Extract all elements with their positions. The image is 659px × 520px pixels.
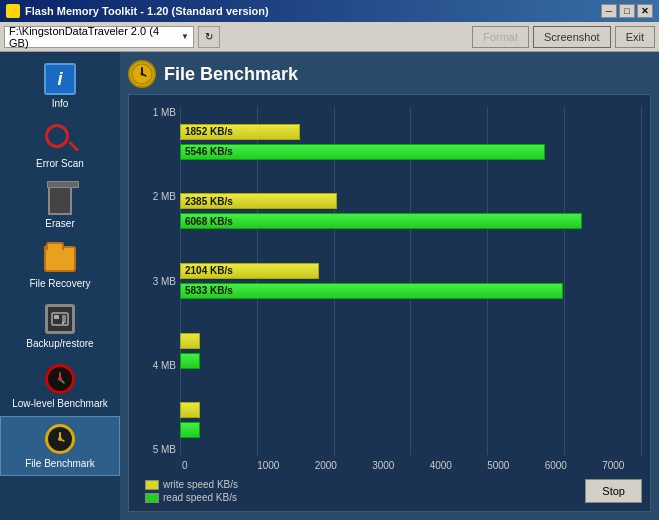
toolbar: F:\KingstonDataTraveler 2.0 (4 GB) ▼ ↻ F… [0, 22, 659, 52]
x-tick-0: 0 [182, 460, 240, 471]
content-header: File Benchmark [128, 60, 651, 88]
read-bar-4mb [180, 353, 200, 369]
svg-point-9 [58, 437, 62, 441]
format-button[interactable]: Format [472, 26, 529, 48]
bar-row-write-3mb: 2104 KB/s [180, 262, 642, 280]
write-bar-5mb [180, 402, 200, 418]
sidebar-item-info[interactable]: i Info [0, 56, 120, 116]
stop-button[interactable]: Stop [585, 479, 642, 503]
x-tick-4000: 4000 [412, 460, 470, 471]
sidebar-label-info: Info [52, 98, 69, 109]
y-label-5mb: 5 MB [145, 444, 176, 455]
legend: write speed KB/s read speed KB/s [145, 479, 238, 503]
bar-group-2mb: 2385 KB/s 6068 KB/s [180, 192, 642, 230]
legend-write: write speed KB/s [145, 479, 238, 490]
x-tick-5000: 5000 [470, 460, 528, 471]
x-axis: 0 1000 2000 3000 4000 5000 6000 7000 [180, 455, 642, 475]
eraser-icon [48, 187, 72, 215]
sidebar-label-file-recovery: File Recovery [29, 278, 90, 289]
write-bar-3mb: 2104 KB/s [180, 263, 319, 279]
x-tick-6000: 6000 [527, 460, 585, 471]
sidebar-label-eraser: Eraser [45, 218, 74, 229]
read-bar-1mb: 5546 KB/s [180, 144, 545, 160]
sidebar-item-backup-restore[interactable]: Backup/restore [0, 296, 120, 356]
drive-value: F:\KingstonDataTraveler 2.0 (4 GB) [9, 25, 181, 49]
refresh-icon: ↻ [205, 31, 213, 42]
bar-row-write-4mb [180, 332, 642, 350]
read-bar-5mb [180, 422, 200, 438]
bar-row-read-1mb: 5546 KB/s [180, 143, 642, 161]
chart-container: 1 MB 2 MB 3 MB 4 MB 5 MB [128, 94, 651, 512]
bar-group-1mb: 1852 KB/s 5546 KB/s [180, 123, 642, 161]
sidebar-label-filebench: File Benchmark [25, 458, 94, 469]
sidebar-label-lowlevel: Low-level Benchmark [12, 398, 108, 409]
bar-row-read-2mb: 6068 KB/s [180, 212, 642, 230]
error-scan-icon [45, 124, 75, 154]
svg-point-13 [141, 73, 144, 76]
bar-group-3mb: 2104 KB/s 5833 KB/s [180, 262, 642, 300]
bars-container: 1852 KB/s 5546 KB/s 2385 KB/s [180, 107, 642, 455]
sidebar-item-file-recovery[interactable]: File Recovery [0, 236, 120, 296]
svg-rect-1 [54, 315, 59, 319]
sidebar-item-file-benchmark[interactable]: File Benchmark [0, 416, 120, 476]
read-bar-3mb: 5833 KB/s [180, 283, 563, 299]
chart-body: 1852 KB/s 5546 KB/s 2385 KB/s [180, 107, 642, 475]
x-tick-2000: 2000 [297, 460, 355, 471]
page-title: File Benchmark [164, 64, 298, 85]
bar-group-5mb [180, 401, 642, 439]
screenshot-button[interactable]: Screenshot [533, 26, 611, 48]
bar-row-write-5mb [180, 401, 642, 419]
bar-row-read-5mb [180, 421, 642, 439]
legend-read: read speed KB/s [145, 492, 238, 503]
bar-group-4mb [180, 332, 642, 370]
y-label-2mb: 2 MB [145, 191, 176, 202]
y-label-4mb: 4 MB [145, 360, 176, 371]
x-tick-1000: 1000 [240, 460, 298, 471]
lowlevel-icon [45, 364, 75, 394]
app-icon: ⚡ [6, 4, 20, 18]
write-bar-4mb [180, 333, 200, 349]
title-bar: ⚡ Flash Memory Toolkit - 1.20 (Standard … [0, 0, 659, 22]
sidebar: i Info Error Scan Eraser File Recovery [0, 52, 120, 520]
file-recovery-icon [44, 246, 76, 272]
sidebar-label-error-scan: Error Scan [36, 158, 84, 169]
window-title: Flash Memory Toolkit - 1.20 (Standard ve… [25, 5, 269, 17]
y-axis: 1 MB 2 MB 3 MB 4 MB 5 MB [145, 107, 180, 475]
write-bar-2mb: 2385 KB/s [180, 193, 337, 209]
y-label-3mb: 3 MB [145, 276, 176, 287]
content-area: File Benchmark 1 MB 2 MB 3 MB 4 MB 5 MB [120, 52, 659, 520]
filebench-icon [45, 424, 75, 454]
y-label-1mb: 1 MB [145, 107, 176, 118]
bar-row-read-4mb [180, 352, 642, 370]
svg-rect-2 [62, 315, 66, 323]
sidebar-item-low-level-benchmark[interactable]: Low-level Benchmark [0, 356, 120, 416]
x-tick-7000: 7000 [585, 460, 643, 471]
exit-button[interactable]: Exit [615, 26, 655, 48]
svg-point-6 [58, 377, 62, 381]
read-bar-2mb: 6068 KB/s [180, 213, 582, 229]
bar-row-read-3mb: 5833 KB/s [180, 282, 642, 300]
info-icon: i [44, 63, 76, 95]
content-header-icon [128, 60, 156, 88]
window-controls: ─ □ ✕ [601, 4, 653, 18]
main-layout: i Info Error Scan Eraser File Recovery [0, 52, 659, 520]
legend-read-label: read speed KB/s [163, 492, 237, 503]
legend-write-color [145, 480, 159, 490]
chart-footer: write speed KB/s read speed KB/s Stop [145, 479, 642, 503]
sidebar-label-backup: Backup/restore [26, 338, 93, 349]
maximize-button[interactable]: □ [619, 4, 635, 18]
dropdown-arrow-icon: ▼ [181, 32, 189, 41]
title-bar-left: ⚡ Flash Memory Toolkit - 1.20 (Standard … [6, 4, 269, 18]
sidebar-item-eraser[interactable]: Eraser [0, 176, 120, 236]
drive-dropdown[interactable]: F:\KingstonDataTraveler 2.0 (4 GB) ▼ [4, 26, 194, 48]
refresh-button[interactable]: ↻ [198, 26, 220, 48]
minimize-button[interactable]: ─ [601, 4, 617, 18]
write-bar-1mb: 1852 KB/s [180, 124, 300, 140]
backup-icon [45, 304, 75, 334]
svg-point-3 [62, 322, 64, 324]
chart-area: 1 MB 2 MB 3 MB 4 MB 5 MB [145, 107, 642, 475]
close-button[interactable]: ✕ [637, 4, 653, 18]
x-tick-3000: 3000 [355, 460, 413, 471]
legend-read-color [145, 493, 159, 503]
sidebar-item-error-scan[interactable]: Error Scan [0, 116, 120, 176]
